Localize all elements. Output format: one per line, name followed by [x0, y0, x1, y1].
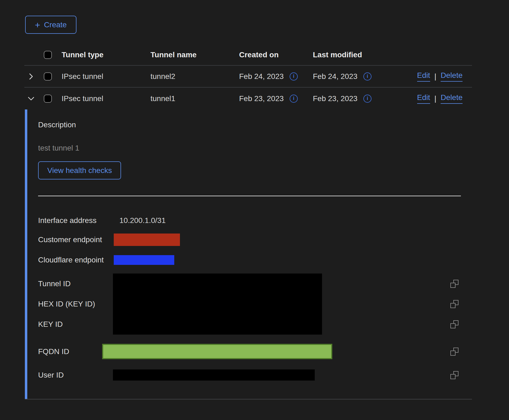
tunnel-ids-redaction	[113, 274, 322, 335]
description-label: Description	[38, 120, 472, 129]
table-header-row: Tunnel type Tunnel name Created on Last …	[24, 45, 472, 66]
tunnel-name: tunnel2	[150, 72, 239, 81]
hex-id-label: HEX ID (KEY ID)	[38, 294, 113, 314]
cloudflare-endpoint-label: Cloudflare endpoint	[38, 256, 113, 264]
customer-endpoint-row: Customer endpoint	[38, 234, 472, 246]
tunnel-id-label: Tunnel ID	[38, 274, 113, 294]
description-value: test tunnel 1	[38, 144, 472, 153]
expanded-tunnel-details: Description test tunnel 1 View health ch…	[25, 109, 472, 399]
table-row-tunnel2: IPsec tunnel tunnel2 Feb 24, 2023 i Feb …	[24, 66, 472, 88]
customer-endpoint-label: Customer endpoint	[38, 235, 113, 244]
user-id-redaction	[113, 369, 315, 381]
created-on-date: Feb 23, 2023	[239, 94, 284, 103]
view-health-checks-button[interactable]: View health checks	[38, 161, 121, 179]
header-tunnel-name: Tunnel name	[150, 51, 239, 59]
table-row-tunnel1: IPsec tunnel tunnel1 Feb 23, 2023 i Feb …	[24, 88, 472, 109]
copy-icon[interactable]	[450, 348, 458, 356]
edit-link[interactable]: Edit	[417, 71, 430, 82]
plus-icon: +	[35, 20, 40, 29]
info-icon[interactable]: i	[363, 72, 371, 81]
key-id-label: KEY ID	[38, 314, 113, 335]
action-separator: |	[434, 94, 436, 103]
info-icon[interactable]: i	[290, 72, 298, 81]
cloudflare-endpoint-redaction	[114, 255, 174, 265]
tunnel-type: IPsec tunnel	[62, 72, 150, 81]
info-icon[interactable]: i	[290, 95, 298, 103]
delete-link[interactable]: Delete	[441, 93, 463, 104]
cloudflare-endpoint-row: Cloudflare endpoint	[38, 255, 472, 265]
interface-address-label: Interface address	[38, 216, 113, 225]
copy-icon[interactable]	[450, 320, 458, 328]
fqdn-id-redaction	[102, 344, 332, 359]
user-id-label: User ID	[38, 371, 113, 379]
customer-endpoint-redaction	[114, 234, 180, 246]
tunnel-ids-group: Tunnel ID HEX ID (KEY ID) KEY ID	[38, 274, 472, 335]
action-separator: |	[434, 72, 436, 81]
row-checkbox[interactable]	[44, 95, 52, 103]
header-created-on: Created on	[239, 51, 313, 59]
chevron-down-icon[interactable]	[28, 95, 35, 102]
create-button[interactable]: + Create	[25, 16, 76, 34]
edit-link[interactable]: Edit	[417, 93, 430, 104]
select-all-checkbox[interactable]	[44, 51, 52, 59]
delete-link[interactable]: Delete	[441, 71, 463, 82]
user-id-row: User ID	[38, 369, 472, 381]
panel-bottom-divider	[25, 399, 472, 399]
fqdn-id-row: FQDN ID	[38, 344, 472, 359]
info-icon[interactable]: i	[363, 95, 371, 103]
row-checkbox[interactable]	[44, 72, 52, 81]
interface-address-row: Interface address 10.200.1.0/31	[38, 215, 472, 226]
created-on-date: Feb 24, 2023	[239, 72, 284, 81]
copy-icon[interactable]	[450, 280, 458, 288]
fqdn-id-label: FQDN ID	[38, 347, 113, 356]
create-button-label: Create	[44, 21, 67, 29]
tunnels-page: + Create Tunnel type Tunnel name Created…	[0, 0, 472, 399]
header-tunnel-type: Tunnel type	[62, 51, 150, 59]
interface-address-value: 10.200.1.0/31	[113, 216, 166, 225]
tunnel-type: IPsec tunnel	[62, 94, 150, 103]
section-divider	[38, 196, 461, 196]
tunnels-table: Tunnel type Tunnel name Created on Last …	[24, 45, 472, 109]
last-modified-date: Feb 23, 2023	[313, 94, 357, 103]
copy-icon[interactable]	[450, 371, 458, 379]
tunnel-name: tunnel1	[150, 94, 239, 103]
last-modified-date: Feb 24, 2023	[313, 72, 357, 81]
chevron-right-icon[interactable]	[28, 73, 35, 80]
copy-icon[interactable]	[450, 300, 458, 308]
header-last-modified: Last modified	[313, 51, 400, 59]
